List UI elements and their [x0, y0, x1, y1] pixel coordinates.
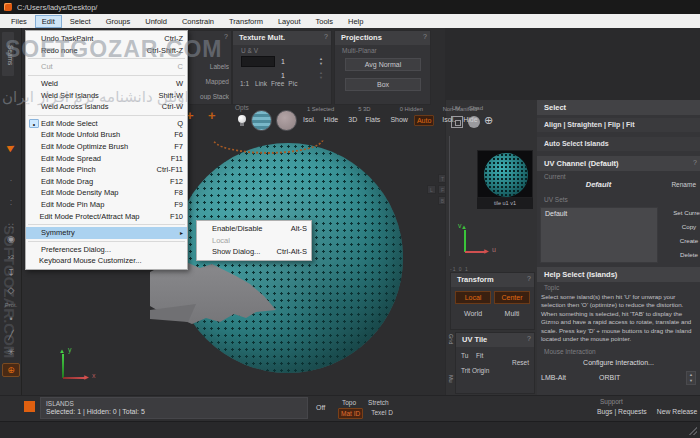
texture-mult-button-pic[interactable]: Pic — [288, 80, 297, 87]
viewport-button-auto[interactable]: Auto — [414, 115, 434, 126]
binding-spinner[interactable]: ▲▼ — [686, 371, 696, 385]
menubar-item-help[interactable]: Help — [341, 15, 370, 28]
view-key-b[interactable]: B — [438, 196, 445, 205]
configure-interaction-link[interactable]: Configure Interaction... — [537, 359, 700, 366]
pin-icon[interactable]: ? — [693, 159, 697, 166]
transform-button-center[interactable]: Center — [494, 291, 530, 304]
menubar-item-constrain[interactable]: Constrain — [175, 15, 221, 28]
plain-sphere-thumb[interactable] — [276, 110, 297, 131]
menu-item-edit-mode-optimize-brush[interactable]: Edit Mode Optimize BrushF7 — [26, 141, 187, 153]
menu-item-edit-mode-pin-map[interactable]: Edit Mode Pin MapF9 — [26, 199, 187, 211]
uv-set-item-default[interactable]: Default — [541, 208, 657, 219]
menu-item-symmetry[interactable]: Symmetry▸ — [26, 227, 187, 239]
menubar-item-groups[interactable]: Groups — [99, 15, 138, 28]
texture-mult-button-link[interactable]: Link — [255, 80, 267, 87]
viewport-button-hide[interactable]: Hide — [322, 115, 340, 124]
viewport-button-show[interactable]: Show — [388, 115, 410, 126]
menu-item-weld-across-islands[interactable]: Weld Across IslandsCtrl-W — [26, 101, 187, 113]
status-button-stretch[interactable]: Stretch — [366, 398, 391, 407]
pin-icon[interactable]: ? — [527, 335, 531, 342]
resize-grip[interactable] — [689, 427, 697, 435]
menu-item-edit-mode-select[interactable]: •Edit Mode SelectQ — [26, 118, 187, 130]
mouse-binding-row[interactable]: LMB-Alt ORBIT ▲▼ — [541, 371, 696, 385]
view-key-l[interactable]: L — [427, 185, 436, 194]
point-icon[interactable]: • — [0, 313, 22, 325]
u-spinner[interactable]: ▲▼ — [317, 56, 325, 66]
grid-tab[interactable]: Grid — [446, 334, 454, 360]
transform-button-multi[interactable]: Multi — [494, 307, 530, 320]
menu-item-edit-mode-spread[interactable]: Edit Mode SpreadF11 — [26, 152, 187, 164]
mouse-tab[interactable]: Mu — [446, 375, 454, 393]
submenu-item-enable-disable[interactable]: Enable/DisableAlt-S — [197, 223, 311, 235]
uv-preview-thumb[interactable] — [477, 150, 533, 198]
edge-icon[interactable]: ╱ — [0, 329, 22, 341]
globe-wire-icon[interactable]: ⊕ — [484, 114, 493, 127]
menu-item-edit-mode-unfold-brush[interactable]: Edit Mode Unfold BrushF6 — [26, 129, 187, 141]
uv-sets-button-create[interactable]: Create — [661, 235, 700, 247]
menubar-item-files[interactable]: Files — [4, 15, 34, 28]
shield-icon[interactable]: ◇ — [0, 284, 22, 296]
transform-button-world[interactable]: World — [455, 307, 491, 320]
texture-mult-button-1-1[interactable]: 1:1 — [238, 79, 251, 88]
pin-icon[interactable]: ? — [527, 275, 531, 282]
texture-mult-button-free[interactable]: Free — [271, 80, 284, 87]
projection-button-box[interactable]: Box — [345, 78, 421, 91]
seams-tab[interactable]: Seams — [2, 32, 14, 76]
menu-item-weld-self-islands[interactable]: Weld Self IslandsShift-W — [26, 89, 187, 101]
viewport-button-hide[interactable]: Hide — [461, 115, 479, 124]
fit-button[interactable]: Fit — [476, 352, 483, 359]
star-icon[interactable]: ✳ — [0, 346, 22, 358]
prot-label[interactable]: Prot. — [0, 299, 22, 311]
select-cursor-icon[interactable]: ▶ — [0, 136, 24, 157]
menu-item-keyboard-mouse-customizer[interactable]: Keyboard Mouse Customizer... — [26, 255, 187, 267]
bugs-requests-link[interactable]: Bugs | Requests — [597, 408, 647, 415]
uv-sets-button-delete[interactable]: Delete — [661, 249, 700, 261]
rename-button[interactable]: Rename — [671, 181, 696, 188]
status-button-mat-id[interactable]: Mat ID — [338, 408, 363, 419]
transform-button-local[interactable]: Local — [455, 291, 491, 304]
menu-item-edit-mode-pinch[interactable]: Edit Mode PinchCtrl-F11 — [26, 164, 187, 176]
menu-item-edit-mode-protect-attract-map[interactable]: Edit Mode Protect/Attract MapF10 — [26, 210, 187, 222]
viewport-button-flats[interactable]: Flats — [363, 115, 382, 124]
auto-select-islands-row[interactable]: Auto Select Islands — [537, 137, 700, 151]
submenu-item-local[interactable]: Local — [197, 235, 311, 247]
submenu-item-show-dialog[interactable]: Show Dialog...Ctrl-Alt-S — [197, 246, 311, 258]
handle-grid-icon[interactable]: ∷ — [0, 220, 22, 232]
viewport-button-isol[interactable]: Isol. — [440, 115, 457, 124]
menu-item-weld[interactable]: WeldW — [26, 78, 187, 90]
align-straighten-flip-fit-row[interactable]: Align | Straighten | Flip | Fit — [537, 118, 700, 132]
uv-sets-button-copy[interactable]: Copy — [661, 221, 700, 233]
pin-icon[interactable]: ↧ — [0, 267, 22, 279]
menu-item-edit-mode-density-map[interactable]: Edit Mode Density MapF8 — [26, 187, 187, 199]
menu-item-redo-none[interactable]: Redo noneCtrl-Shift-Z — [26, 45, 187, 57]
viewport-button-3d[interactable]: 3D — [346, 115, 359, 124]
pin-icon[interactable]: ? — [423, 33, 427, 40]
view-key-f[interactable]: F — [438, 185, 445, 194]
menu-item-undo-taskpaint[interactable]: Undo TaskPaintCtrl-Z — [26, 33, 187, 45]
u-value-field[interactable] — [241, 56, 275, 67]
handle-dot-icon[interactable]: · — [0, 174, 22, 186]
menubar-item-edit[interactable]: Edit — [35, 15, 62, 28]
menubar-item-select[interactable]: Select — [63, 15, 98, 28]
menubar-item-layout[interactable]: Layout — [271, 15, 308, 28]
menubar-item-unfold[interactable]: Unfold — [138, 15, 174, 28]
handle-dots-icon[interactable]: : — [0, 196, 22, 208]
menu-item-cut[interactable]: CutC — [26, 61, 187, 73]
uv-sets-button-set-current[interactable]: Set Current — [661, 207, 700, 219]
status-button-topo[interactable]: Topo — [340, 398, 358, 407]
origin-button[interactable]: Trit Origin — [461, 367, 489, 374]
projection-button-avg-normal[interactable]: Avg Normal — [345, 58, 421, 71]
uv-sets-list[interactable]: Default — [540, 207, 658, 263]
view-key-t[interactable]: T — [438, 174, 445, 183]
x2-icon[interactable]: x2 — [0, 251, 22, 263]
tu-button[interactable]: Tu — [461, 352, 468, 359]
menubar-item-transform[interactable]: Transform — [222, 15, 270, 28]
pin-icon[interactable]: ? — [324, 33, 328, 40]
viewport-button-isol[interactable]: Isol. — [301, 115, 318, 124]
menu-item-preferences-dialog[interactable]: Preferences Dialog... — [26, 244, 187, 256]
off-button[interactable]: Off — [316, 404, 325, 411]
menu-item-edit-mode-drag[interactable]: Edit Mode DragF12 — [26, 176, 187, 188]
pin-icon[interactable]: ? — [224, 33, 228, 40]
textured-sphere-thumb[interactable] — [251, 110, 272, 131]
new-release-link[interactable]: New Release — [657, 408, 697, 415]
